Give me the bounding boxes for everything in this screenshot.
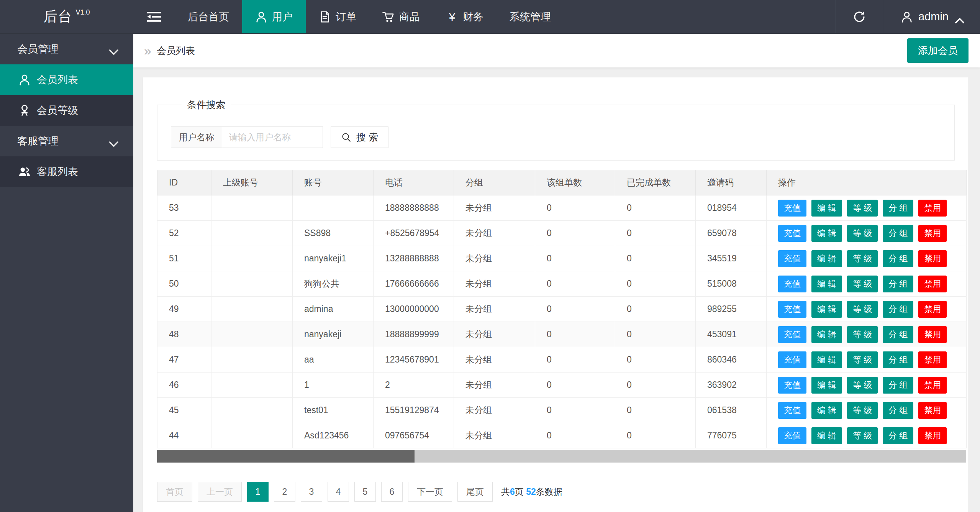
- cell-completed-orders: 0: [615, 221, 696, 246]
- recharge-button[interactable]: 充值: [778, 276, 806, 292]
- page-button-3[interactable]: 3: [301, 482, 322, 502]
- disable-button[interactable]: 禁用: [918, 326, 947, 343]
- edit-button[interactable]: 编 辑: [811, 301, 842, 318]
- sidebar-collapse-button[interactable]: [133, 0, 175, 33]
- search-button[interactable]: 搜 索: [331, 126, 388, 148]
- edit-button[interactable]: 编 辑: [811, 250, 842, 267]
- group-button[interactable]: 分 组: [883, 276, 913, 292]
- scrollbar-thumb[interactable]: [157, 450, 415, 463]
- content-area: 条件搜索 用户名称 搜 索: [133, 67, 980, 512]
- cell-id: 47: [157, 347, 211, 373]
- cell-parent-account: [211, 347, 293, 373]
- edit-button[interactable]: 编 辑: [811, 326, 842, 343]
- group-button[interactable]: 分 组: [883, 225, 913, 242]
- nav-item-system[interactable]: 系统管理: [497, 0, 564, 33]
- level-button[interactable]: 等 级: [847, 225, 878, 242]
- username-search-input[interactable]: [222, 127, 323, 148]
- sidebar-item-member-list[interactable]: 会员列表: [0, 64, 133, 95]
- app-logo: 后台 V1.0: [0, 0, 133, 33]
- page-button-2[interactable]: 2: [274, 482, 295, 502]
- recharge-button[interactable]: 充值: [778, 377, 806, 394]
- cell-group: 未分组: [454, 373, 535, 398]
- recharge-button[interactable]: 充值: [778, 351, 806, 368]
- group-button[interactable]: 分 组: [883, 301, 913, 318]
- recharge-button[interactable]: 充值: [778, 301, 806, 318]
- group-button[interactable]: 分 组: [883, 351, 913, 368]
- recharge-button[interactable]: 充值: [778, 225, 806, 242]
- cell-parent-account: [211, 322, 293, 347]
- user-menu[interactable]: admin: [883, 0, 980, 33]
- level-button[interactable]: 等 级: [847, 377, 878, 394]
- recharge-button[interactable]: 充值: [778, 200, 806, 217]
- edit-button[interactable]: 编 辑: [811, 276, 842, 292]
- edit-button[interactable]: 编 辑: [811, 225, 842, 242]
- recharge-button[interactable]: 充值: [778, 326, 806, 343]
- nav-item-order[interactable]: 订单: [306, 0, 369, 33]
- table-body: 5318888888888未分组00018954充值编 辑等 级分 组禁用52S…: [157, 195, 967, 448]
- disable-button[interactable]: 禁用: [918, 225, 947, 242]
- disable-button[interactable]: 禁用: [918, 200, 947, 217]
- cell-invite-code: 989255: [696, 297, 767, 322]
- edit-button[interactable]: 编 辑: [811, 351, 842, 368]
- horizontal-scrollbar[interactable]: [157, 450, 966, 463]
- chevron-down-icon: [109, 138, 119, 144]
- cell-invite-code: 345519: [696, 246, 767, 271]
- page-button-4[interactable]: 4: [328, 482, 349, 502]
- page-button-1[interactable]: 1: [247, 482, 269, 502]
- user-level-icon: [18, 104, 31, 117]
- level-button[interactable]: 等 级: [847, 301, 878, 318]
- sidebar-item-service-management[interactable]: 客服管理: [0, 126, 133, 156]
- cell-id: 45: [157, 398, 211, 423]
- refresh-button[interactable]: [836, 0, 883, 33]
- recharge-button[interactable]: 充值: [778, 402, 806, 419]
- level-button[interactable]: 等 级: [847, 326, 878, 343]
- edit-button[interactable]: 编 辑: [811, 200, 842, 217]
- group-button[interactable]: 分 组: [883, 250, 913, 267]
- nav-item-goods[interactable]: 商品: [369, 0, 433, 33]
- page-button-last[interactable]: 尾页: [457, 482, 493, 502]
- cell-account: aa: [293, 347, 374, 373]
- page-button-next[interactable]: 下一页: [408, 482, 452, 502]
- group-button[interactable]: 分 组: [883, 200, 913, 217]
- page-button-6[interactable]: 6: [381, 482, 403, 502]
- disable-button[interactable]: 禁用: [918, 427, 947, 444]
- sidebar-item-service-list[interactable]: 客服列表: [0, 156, 133, 187]
- level-button[interactable]: 等 级: [847, 276, 878, 292]
- page-button-first: 首页: [157, 482, 192, 502]
- nav-item-user[interactable]: 用户: [242, 0, 306, 33]
- cell-completed-orders: 0: [615, 271, 696, 297]
- disable-button[interactable]: 禁用: [918, 250, 947, 267]
- group-button[interactable]: 分 组: [883, 402, 913, 419]
- cell-group: 未分组: [454, 322, 535, 347]
- group-button[interactable]: 分 组: [883, 427, 913, 444]
- cell-group: 未分组: [454, 347, 535, 373]
- pagination: 首页上一页123456下一页尾页共6页 52条数据: [157, 482, 955, 502]
- level-button[interactable]: 等 级: [847, 200, 878, 217]
- group-button[interactable]: 分 组: [883, 377, 913, 394]
- recharge-button[interactable]: 充值: [778, 427, 806, 444]
- edit-button[interactable]: 编 辑: [811, 427, 842, 444]
- username-input-group: 用户名称: [171, 126, 323, 148]
- disable-button[interactable]: 禁用: [918, 377, 947, 394]
- cell-parent-account: [211, 195, 293, 221]
- disable-button[interactable]: 禁用: [918, 301, 947, 318]
- page-button-5[interactable]: 5: [354, 482, 376, 502]
- user-outline-icon: [18, 74, 31, 86]
- edit-button[interactable]: 编 辑: [811, 377, 842, 394]
- sidebar-item-member-level[interactable]: 会员等级: [0, 95, 133, 126]
- level-button[interactable]: 等 级: [847, 427, 878, 444]
- nav-item-finance[interactable]: ¥财务: [433, 0, 497, 33]
- sidebar-item-member-management[interactable]: 会员管理: [0, 34, 133, 64]
- level-button[interactable]: 等 级: [847, 351, 878, 368]
- disable-button[interactable]: 禁用: [918, 402, 947, 419]
- edit-button[interactable]: 编 辑: [811, 402, 842, 419]
- recharge-button[interactable]: 充值: [778, 250, 806, 267]
- add-member-button[interactable]: 添加会员: [907, 38, 969, 63]
- disable-button[interactable]: 禁用: [918, 351, 947, 368]
- level-button[interactable]: 等 级: [847, 250, 878, 267]
- group-button[interactable]: 分 组: [883, 326, 913, 343]
- nav-item-label: 订单: [336, 10, 356, 24]
- level-button[interactable]: 等 级: [847, 402, 878, 419]
- disable-button[interactable]: 禁用: [918, 276, 947, 292]
- nav-item-home[interactable]: 后台首页: [175, 0, 242, 33]
